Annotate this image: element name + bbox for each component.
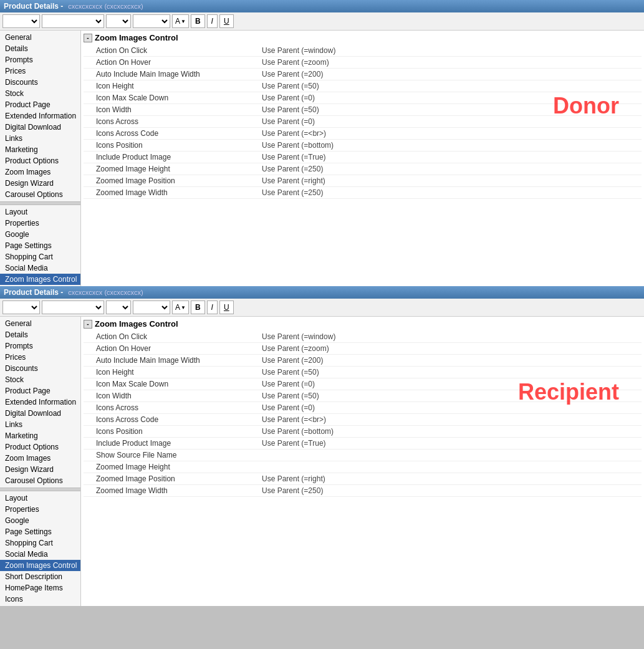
sidebar-item-shopping-cart[interactable]: Shopping Cart [0, 537, 80, 549]
setting-label: Show Source File Name [84, 449, 258, 461]
underline-button[interactable]: U [219, 14, 234, 28]
sidebar-item-marketing[interactable]: Marketing [0, 144, 80, 155]
sidebar-item-design-wizard[interactable]: Design Wizard [0, 178, 80, 189]
setting-value: Use Parent (=200) [258, 355, 642, 367]
sidebar-item-layout[interactable]: Layout [0, 493, 80, 504]
sidebar-item-icons[interactable]: Icons [0, 594, 80, 605]
sidebar-item-carousel-options[interactable]: Carousel Options [0, 475, 80, 486]
table-row: Zoomed Image WidthUse Parent (=250) [84, 485, 642, 497]
font-color-select[interactable] [133, 14, 170, 28]
content-area: GeneralDetailsPromptsPricesDiscountsStoc… [0, 31, 644, 286]
table-row: Include Product ImageUse Parent (=True) [84, 151, 642, 163]
sidebar-item-properties[interactable]: Properties [0, 504, 80, 515]
font-size-select[interactable] [2, 300, 40, 314]
table-row: Icons PositionUse Parent (=bottom) [84, 140, 642, 151]
sidebar-item-shopping-cart[interactable]: Shopping Cart [0, 251, 80, 262]
panel-titlebar: Product Details - cxcxcxcxcx (cxcxcxcxcx… [0, 286, 644, 299]
setting-value: Use Parent (=250) [258, 163, 642, 175]
panel-subtitle: cxcxcxcxcx (cxcxcxcxcx) [68, 289, 143, 296]
setting-value [258, 449, 642, 461]
sidebar-item-discounts[interactable]: Discounts [0, 77, 80, 88]
sidebar-item-zoom-images[interactable]: Zoom Images [0, 166, 80, 178]
table-row: Show Source File Name [84, 449, 642, 461]
italic-button[interactable]: I [207, 14, 218, 28]
setting-label: Zoomed Image Height [84, 461, 258, 473]
font-size-select[interactable] [2, 14, 40, 28]
sidebar-item-page-settings[interactable]: Page Settings [0, 526, 80, 537]
sidebar-item-zoom-images-control[interactable]: Zoom Images Control [0, 274, 80, 285]
underline-button[interactable]: U [219, 300, 234, 314]
font-family-select[interactable] [42, 300, 104, 314]
italic-button[interactable]: I [207, 300, 218, 314]
sidebar-item-social-media[interactable]: Social Media [0, 549, 80, 560]
font-a-button[interactable]: A ▼ [172, 14, 189, 28]
sidebar-item-links[interactable]: Links [0, 419, 80, 430]
section-title: Zoom Images Control [95, 33, 178, 42]
bold-button[interactable]: B [191, 14, 205, 28]
sidebar-item-google[interactable]: Google [0, 229, 80, 240]
section-title: Zoom Images Control [95, 319, 178, 329]
collapse-button[interactable]: - [84, 34, 92, 42]
table-row: Icons AcrossUse Parent (=0) [84, 116, 642, 128]
setting-label: Icons Across [84, 402, 258, 414]
sidebar-item-stock[interactable]: Stock [0, 374, 80, 385]
sidebar-item-layout[interactable]: Layout [0, 206, 80, 218]
bold-button[interactable]: B [191, 300, 205, 314]
sidebar-item-design-wizard[interactable]: Design Wizard [0, 464, 80, 475]
sidebar-item-google[interactable]: Google [0, 515, 80, 526]
font-a-label: A [175, 17, 180, 26]
font-a-button[interactable]: A ▼ [172, 300, 189, 314]
sidebar-item-prices[interactable]: Prices [0, 352, 80, 363]
sidebar-item-digital-download[interactable]: Digital Download [0, 122, 80, 133]
font-style-select[interactable] [106, 300, 131, 314]
setting-label: Icons Across Code [84, 414, 258, 426]
setting-label: Action On Hover [84, 343, 258, 355]
setting-value: Use Parent (=0) [258, 402, 642, 414]
font-color-select[interactable] [133, 300, 170, 314]
sidebar-item-stock[interactable]: Stock [0, 88, 80, 99]
sidebar-item-extended-information[interactable]: Extended Information [0, 110, 80, 122]
toolbar: A ▼ B I U [0, 12, 644, 31]
sidebar-item-product-page[interactable]: Product Page [0, 385, 80, 397]
sidebar-item-social-media[interactable]: Social Media [0, 262, 80, 274]
sidebar-item-links[interactable]: Links [0, 133, 80, 144]
sidebar-item-prompts[interactable]: Prompts [0, 340, 80, 352]
sidebar-item-marketing[interactable]: Marketing [0, 430, 80, 441]
sidebar-item-product-options[interactable]: Product Options [0, 441, 80, 453]
setting-value: Use Parent (=0) [258, 92, 642, 104]
setting-value: Use Parent (=50) [258, 390, 642, 402]
sidebar-item-properties[interactable]: Properties [0, 218, 80, 229]
sidebar-item-details[interactable]: Details [0, 43, 80, 54]
font-a-arrow: ▼ [181, 305, 186, 310]
sidebar-item-product-options[interactable]: Product Options [0, 155, 80, 166]
sidebar-item-zoom-images-control[interactable]: Zoom Images Control [0, 560, 80, 571]
sidebar-item-homepage-items[interactable]: HomePage Items [0, 582, 80, 594]
setting-value: Use Parent (=True) [258, 438, 642, 449]
sidebar-item-prompts[interactable]: Prompts [0, 54, 80, 65]
sidebar-item-page-settings[interactable]: Page Settings [0, 240, 80, 251]
table-row: Zoomed Image PositionUse Parent (=right) [84, 175, 642, 187]
sidebar-item-general[interactable]: General [0, 32, 80, 43]
content-area: GeneralDetailsPromptsPricesDiscountsStoc… [0, 317, 644, 606]
sidebar-item-carousel-options[interactable]: Carousel Options [0, 189, 80, 200]
setting-value: Use Parent (=50) [258, 80, 642, 92]
sidebar-item-zoom-images[interactable]: Zoom Images [0, 453, 80, 464]
table-row: Auto Include Main Image WidthUse Parent … [84, 355, 642, 367]
font-family-select[interactable] [42, 14, 104, 28]
table-row: Zoomed Image PositionUse Parent (=right) [84, 473, 642, 485]
setting-value: Use Parent (=0) [258, 378, 642, 390]
sidebar-item-prices[interactable]: Prices [0, 65, 80, 77]
setting-label: Zoomed Image Height [84, 163, 258, 175]
setting-label: Action On Click [84, 331, 258, 343]
sidebar-item-short-description[interactable]: Short Description [0, 571, 80, 582]
sidebar-item-digital-download[interactable]: Digital Download [0, 408, 80, 419]
sidebar-item-discounts[interactable]: Discounts [0, 363, 80, 374]
sidebar-item-general[interactable]: General [0, 318, 80, 329]
setting-label: Action On Hover [84, 57, 258, 69]
sidebar-item-product-page[interactable]: Product Page [0, 99, 80, 110]
font-style-select[interactable] [106, 14, 131, 28]
sidebar-item-details[interactable]: Details [0, 329, 80, 340]
collapse-button[interactable]: - [84, 320, 92, 329]
sidebar-item-extended-information[interactable]: Extended Information [0, 397, 80, 408]
setting-label: Icon Max Scale Down [84, 378, 258, 390]
